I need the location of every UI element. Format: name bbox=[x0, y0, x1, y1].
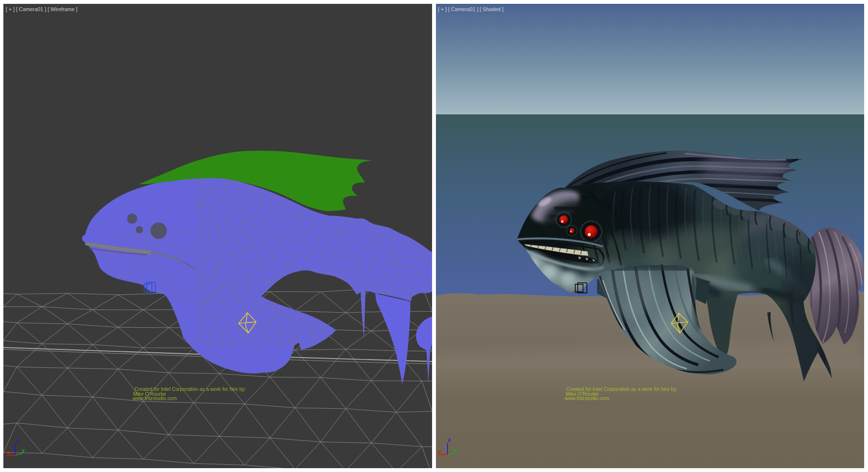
svg-text:x: x bbox=[6, 449, 10, 455]
svg-text:[ + ] [ Camera01 ] [ Wireframe: [ + ] [ Camera01 ] [ Wireframe ] bbox=[6, 6, 78, 12]
svg-text:z: z bbox=[16, 437, 19, 443]
svg-text:x: x bbox=[438, 449, 442, 455]
svg-text:www.fritzstudio.com: www.fritzstudio.com bbox=[564, 396, 609, 401]
svg-text:y: y bbox=[22, 447, 25, 453]
svg-text:[ + ] [ Camera01 ] [ Shaded ]: [ + ] [ Camera01 ] [ Shaded ] bbox=[438, 6, 503, 12]
svg-text:www.fritzstudio.com: www.fritzstudio.com bbox=[132, 396, 177, 401]
svg-text:y: y bbox=[454, 447, 457, 453]
svg-text:z: z bbox=[448, 437, 451, 443]
